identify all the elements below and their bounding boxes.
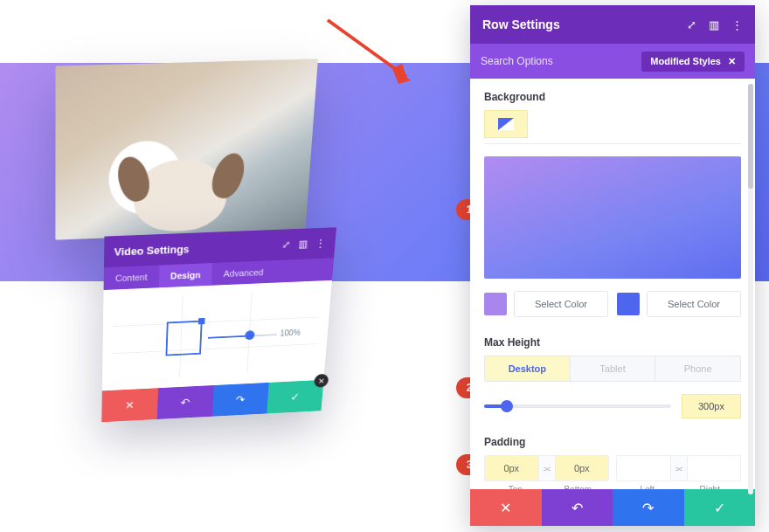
transform-editor[interactable]: 100% <box>102 280 332 391</box>
tab-design[interactable]: Design <box>158 263 212 287</box>
scrollbar[interactable] <box>748 84 753 494</box>
cancel-button[interactable]: ✕ <box>101 388 158 422</box>
max-height-label: Max Height <box>484 336 741 349</box>
padding-right-input[interactable] <box>688 456 741 480</box>
padding-left-label: Left <box>616 485 679 489</box>
device-tab-desktop[interactable]: Desktop <box>485 356 570 381</box>
device-tab-tablet[interactable]: Tablet <box>570 356 655 381</box>
preview-stack: Video Settings ⤢ ▥ ⋮ Content Design Adva… <box>22 61 371 480</box>
redo-button[interactable]: ↷ <box>212 383 269 417</box>
padding-label: Padding <box>484 436 741 448</box>
drag-handle-icon[interactable]: ✕ <box>314 374 329 388</box>
padding-bottom-input[interactable]: 0px <box>556 456 609 480</box>
selection-box[interactable] <box>165 321 202 356</box>
columns-icon[interactable]: ▥ <box>298 238 308 250</box>
columns-icon[interactable]: ▥ <box>709 18 719 31</box>
close-icon[interactable]: ✕ <box>728 56 736 67</box>
select-color-left-button[interactable]: Select Color <box>514 291 608 317</box>
slider-thumb[interactable] <box>501 400 513 412</box>
expand-icon[interactable]: ⤢ <box>687 18 696 31</box>
color-swatch-left[interactable] <box>484 293 507 315</box>
link-icon[interactable]: ⫘ <box>538 456 556 480</box>
expand-icon[interactable]: ⤢ <box>281 238 290 250</box>
max-height-value-input[interactable]: 300px <box>682 394 741 418</box>
scrollbar-thumb[interactable] <box>748 84 753 189</box>
max-height-slider[interactable] <box>484 404 671 408</box>
redo-button[interactable]: ↷ <box>613 489 684 526</box>
video-settings-panel: Video Settings ⤢ ▥ ⋮ Content Design Adva… <box>101 227 336 422</box>
padding-bottom-label: Bottom <box>547 485 610 489</box>
tab-advanced[interactable]: Advanced <box>211 260 275 286</box>
link-icon[interactable]: ⫘ <box>670 456 688 480</box>
device-tabs: Desktop Tablet Phone <box>484 356 741 382</box>
undo-button[interactable]: ↶ <box>542 489 613 526</box>
background-type-button[interactable] <box>484 110 528 138</box>
padding-right-label: Right <box>679 485 742 489</box>
search-options-input[interactable]: Search Options <box>481 55 553 67</box>
badge-label: Modified Styles <box>650 56 721 66</box>
thumbnail-content <box>133 158 228 233</box>
divider <box>484 143 741 144</box>
select-color-right-button[interactable]: Select Color <box>647 291 741 317</box>
device-tab-phone[interactable]: Phone <box>655 356 740 381</box>
color-swatch-right[interactable] <box>617 293 640 315</box>
padding-top-label: Top <box>484 485 547 489</box>
panel-title: Row Settings <box>482 17 560 31</box>
row-settings-panel: Row Settings ⤢ ▥ ⋮ Search Options Modifi… <box>470 5 755 526</box>
more-icon[interactable]: ⋮ <box>315 238 326 249</box>
padding-top-input[interactable]: 0px <box>485 456 538 480</box>
cancel-button[interactable]: ✕ <box>470 489 542 526</box>
video-settings-title: Video Settings <box>114 243 190 258</box>
undo-button[interactable]: ↶ <box>157 385 214 419</box>
background-label: Background <box>484 91 741 103</box>
percent-value: 100% <box>280 328 301 338</box>
more-icon[interactable]: ⋮ <box>731 18 743 31</box>
modified-styles-badge[interactable]: Modified Styles ✕ <box>641 52 745 72</box>
tab-content[interactable]: Content <box>104 266 160 290</box>
padding-left-input[interactable] <box>617 456 670 480</box>
confirm-button[interactable]: ✓ <box>684 489 756 526</box>
gradient-preview[interactable] <box>484 156 741 279</box>
video-thumbnail[interactable] <box>55 59 318 239</box>
